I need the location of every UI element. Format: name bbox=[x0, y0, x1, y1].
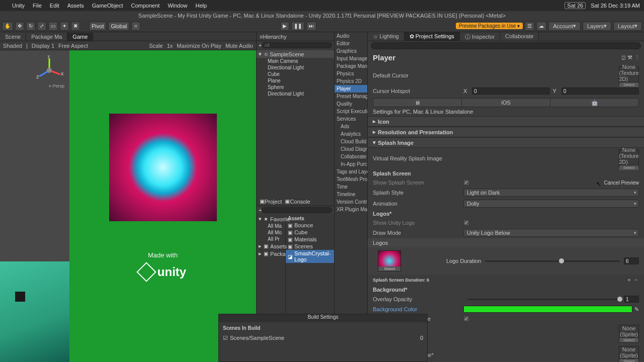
show-splash-checkbox[interactable] bbox=[463, 179, 469, 186]
tab-game[interactable]: Game bbox=[67, 33, 93, 41]
menu-help[interactable]: Help bbox=[196, 3, 207, 9]
logo-slot[interactable]: Select bbox=[378, 250, 401, 272]
preset-icon[interactable]: ⚒ bbox=[627, 54, 632, 61]
scale-tool-button[interactable]: ⤢ bbox=[37, 22, 46, 31]
scene-cube[interactable] bbox=[15, 292, 25, 302]
project-search[interactable] bbox=[262, 207, 332, 213]
cat-input[interactable]: Input Manager bbox=[335, 55, 367, 62]
cat-xr[interactable]: XR Plugin Management bbox=[335, 206, 367, 213]
remove-logo-button[interactable]: － bbox=[633, 277, 639, 283]
select-button[interactable]: Select bbox=[619, 358, 638, 362]
tab-lighting[interactable]: ☼ Lighting bbox=[368, 32, 405, 41]
platform-pc-tab[interactable]: 🖥 bbox=[373, 99, 462, 107]
menu-component[interactable]: Component bbox=[131, 3, 160, 9]
fav-item[interactable]: All Pr bbox=[257, 236, 285, 242]
platform-android-tab[interactable]: 🤖 bbox=[550, 99, 638, 107]
cat-version[interactable]: Version Control bbox=[335, 198, 367, 206]
splash-style-dropdown[interactable]: Light on Dark bbox=[463, 189, 639, 197]
asset-item[interactable]: ▣ Materials bbox=[286, 236, 334, 243]
asset-item[interactable]: ▣ Scenes bbox=[286, 243, 334, 250]
cursor-texture-slot[interactable]: None (Texture 2D) Select bbox=[619, 66, 639, 84]
cat-services[interactable]: Services bbox=[335, 115, 367, 123]
bg-color-swatch[interactable] bbox=[463, 306, 632, 313]
transform-tool-button[interactable]: ✦ bbox=[60, 22, 69, 31]
asset-item-selected[interactable]: ◪ SmashCrystal-Logo bbox=[286, 250, 334, 263]
cat-script[interactable]: Script Execution bbox=[335, 108, 367, 115]
menu-edit[interactable]: Edit bbox=[50, 3, 59, 9]
custom-tool-button[interactable]: ✖ bbox=[71, 22, 80, 31]
blur-bg-checkbox[interactable] bbox=[463, 316, 469, 322]
overlay-opacity-input[interactable] bbox=[624, 296, 639, 303]
select-button[interactable]: Select bbox=[619, 82, 638, 87]
add-logo-button[interactable]: ＋ bbox=[626, 277, 632, 283]
overlay-opacity-slider[interactable] bbox=[467, 299, 620, 300]
menu-assets[interactable]: Assets bbox=[67, 3, 84, 9]
cat-ads[interactable]: Ads bbox=[335, 123, 367, 130]
step-button[interactable]: ⏭ bbox=[306, 22, 316, 31]
game-view[interactable]: Made with unity Build Settings Scenes In… bbox=[69, 50, 256, 362]
cat-timeline[interactable]: Timeline bbox=[335, 191, 367, 198]
pause-button[interactable]: ❚❚ bbox=[291, 22, 304, 31]
assets-folder[interactable]: ▸▣ Assets bbox=[257, 242, 285, 250]
cat-preset[interactable]: Preset Manager bbox=[335, 93, 367, 100]
scene-node[interactable]: ▾⎋ SampleScene bbox=[257, 50, 334, 58]
cancel-preview-button[interactable]: Cancel Preview bbox=[604, 180, 639, 186]
asset-item[interactable]: ▣ Cube bbox=[286, 229, 334, 236]
hierarchy-item[interactable]: Sphere bbox=[257, 84, 334, 90]
scale-value[interactable]: 1x bbox=[167, 43, 173, 49]
platform-ios-tab[interactable]: iOS bbox=[462, 99, 550, 107]
hierarchy-item[interactable]: Plane bbox=[257, 77, 334, 84]
menu-window[interactable]: Window bbox=[168, 3, 187, 9]
fav-item[interactable]: All Mo bbox=[257, 229, 285, 236]
cat-physics2d[interactable]: Physics 2D bbox=[335, 77, 367, 85]
packages-folder[interactable]: ▸▣ Package bbox=[257, 250, 285, 257]
fold-icon[interactable]: ▸ bbox=[373, 118, 378, 125]
select-button[interactable]: Select bbox=[378, 266, 400, 271]
favorites-node[interactable]: ▾★ Favorite bbox=[257, 215, 285, 223]
menu-gameobject[interactable]: GameObject bbox=[92, 3, 123, 9]
cat-audio[interactable]: Audio bbox=[335, 32, 367, 40]
maximize-toggle[interactable]: Maximize On Play bbox=[177, 43, 221, 49]
preview-packages-badge[interactable]: Preview Packages in Use ▾ bbox=[456, 23, 523, 29]
fold-icon[interactable]: ▾ bbox=[373, 139, 378, 146]
layers-dropdown[interactable]: Layers ▾ bbox=[583, 22, 611, 31]
fav-item[interactable]: All Ma bbox=[257, 223, 285, 229]
settings-search[interactable] bbox=[371, 42, 641, 49]
scene-checkbox[interactable]: ☑ bbox=[223, 335, 228, 341]
mute-audio-toggle[interactable]: Mute Audio bbox=[225, 43, 253, 49]
alt-portrait-slot[interactable]: None (Sprite) Select bbox=[619, 346, 639, 362]
tab-project-settings[interactable]: ✿ Project Settings bbox=[405, 32, 460, 41]
hierarchy-item[interactable]: Cube bbox=[257, 71, 334, 77]
tab-collaborate[interactable]: Collaborate bbox=[500, 32, 539, 41]
account-dropdown[interactable]: Account ▾ bbox=[548, 22, 581, 31]
pivot-toggle[interactable]: Pivot bbox=[89, 22, 106, 31]
cat-player[interactable]: Player bbox=[335, 85, 367, 93]
display-dropdown[interactable]: Display 1 bbox=[32, 43, 54, 49]
aspect-dropdown[interactable]: Free Aspect bbox=[58, 43, 88, 49]
select-button[interactable]: Select bbox=[619, 165, 638, 170]
global-toggle[interactable]: Global bbox=[108, 22, 129, 31]
tab-scene[interactable]: Scene bbox=[0, 33, 26, 41]
hotspot-y-input[interactable] bbox=[561, 87, 639, 95]
help-icon[interactable]: ⍰ bbox=[622, 54, 625, 61]
cat-editor[interactable]: Editor bbox=[335, 40, 367, 47]
vr-splash-slot[interactable]: None (Texture 2D) Select bbox=[619, 149, 639, 167]
tab-package-manager[interactable]: Package Ma bbox=[26, 33, 67, 41]
logo-duration-input[interactable] bbox=[624, 257, 639, 264]
play-button[interactable]: ▶ bbox=[280, 22, 289, 31]
rotate-tool-button[interactable]: ↻ bbox=[26, 22, 35, 31]
snap-button[interactable]: ⌗ bbox=[131, 22, 140, 31]
resolution-section[interactable]: Resolution and Presentation bbox=[378, 129, 453, 135]
select-button[interactable]: Select bbox=[619, 337, 638, 342]
hierarchy-item[interactable]: Main Camera bbox=[257, 58, 334, 64]
hierarchy-item[interactable]: Directional Light bbox=[257, 90, 334, 97]
rect-tool-button[interactable]: ▭ bbox=[48, 22, 58, 31]
cat-time[interactable]: Time bbox=[335, 183, 367, 191]
hierarchy-search[interactable] bbox=[262, 42, 332, 48]
splash-image-section[interactable]: Splash Image bbox=[378, 140, 414, 146]
layout-dropdown[interactable]: Layout ▾ bbox=[613, 22, 642, 31]
hotspot-x-input[interactable] bbox=[472, 87, 549, 95]
hierarchy-item[interactable]: Directional Light bbox=[257, 64, 334, 71]
tab-inspector[interactable]: ⓘ Inspector bbox=[460, 32, 500, 41]
console-tab[interactable]: Console bbox=[290, 199, 310, 205]
